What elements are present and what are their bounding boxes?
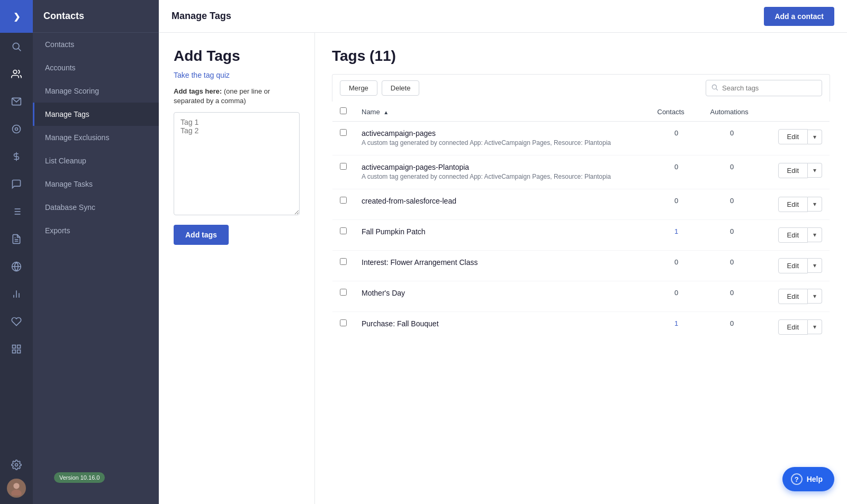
row-automations-cell: 0 (703, 155, 761, 189)
sidebar-item-database-sync[interactable]: Database Sync (33, 196, 159, 219)
expand-sidebar-button[interactable]: ❯ (0, 0, 33, 33)
svg-point-2 (13, 70, 17, 74)
edit-dropdown-button-0[interactable]: ▾ (808, 130, 822, 144)
user-avatar[interactable] (7, 479, 26, 498)
svg-point-5 (15, 128, 18, 131)
row-checkbox-3[interactable] (340, 227, 347, 234)
th-contacts: Contacts (650, 102, 703, 122)
edit-dropdown-button-6[interactable]: ▾ (808, 319, 822, 334)
contacts-count-link[interactable]: 1 (674, 319, 678, 327)
sidebar-item-exports[interactable]: Exports (33, 219, 159, 242)
edit-dropdown-button-1[interactable]: ▾ (808, 163, 822, 178)
tag-quiz-link[interactable]: Take the tag quiz (174, 71, 300, 79)
row-actions-cell: Edit ▾ (761, 219, 830, 250)
edit-dropdown-button-4[interactable]: ▾ (808, 258, 822, 273)
automations-count: 0 (730, 197, 734, 205)
edit-button-3[interactable]: Edit (778, 227, 808, 243)
row-checkbox-5[interactable] (340, 289, 347, 296)
edit-dropdown-button-2[interactable]: ▾ (808, 197, 822, 212)
row-contacts-cell: 1 (650, 219, 703, 250)
delete-button[interactable]: Delete (382, 80, 420, 96)
row-checkbox-cell (332, 189, 355, 219)
row-actions-cell: Edit ▾ (761, 155, 830, 189)
row-automations-cell: 0 (703, 281, 761, 311)
bar-chart-nav-icon[interactable] (0, 280, 33, 308)
tag-description: A custom tag generated by connected App:… (362, 172, 643, 181)
add-tags-title: Add Tags (174, 48, 300, 65)
search-nav-icon[interactable] (0, 33, 33, 60)
th-actions (761, 102, 830, 122)
edit-button-1[interactable]: Edit (778, 163, 808, 178)
globe-nav-icon[interactable] (0, 253, 33, 280)
select-all-checkbox[interactable] (340, 107, 347, 114)
tag-name: Mother's Day (362, 289, 643, 297)
top-bar: Manage Tags Add a contact (159, 0, 847, 33)
row-automations-cell: 0 (703, 189, 761, 219)
conversations-nav-icon[interactable] (0, 170, 33, 198)
automation-nav-icon[interactable] (0, 115, 33, 143)
row-checkbox-6[interactable] (340, 319, 347, 326)
pages-nav-icon[interactable] (0, 335, 33, 363)
row-contacts-cell: 0 (650, 189, 703, 219)
sidebar-item-contacts[interactable]: Contacts (33, 33, 159, 56)
tags-table: Name ▲ Contacts Automations activecampai… (332, 102, 830, 343)
row-checkbox-1[interactable] (340, 163, 347, 170)
sidebar-item-manage-exclusions[interactable]: Manage Exclusions (33, 126, 159, 149)
row-automations-cell: 0 (703, 122, 761, 155)
sidebar-item-list-cleanup[interactable]: List Cleanup (33, 149, 159, 172)
contacts-count-link[interactable]: 1 (674, 227, 678, 235)
lists-nav-icon[interactable] (0, 198, 33, 225)
tags-toolbar: Merge Delete (332, 74, 830, 102)
row-automations-cell: 0 (703, 219, 761, 250)
row-checkbox-0[interactable] (340, 129, 347, 136)
edit-button-4[interactable]: Edit (778, 258, 808, 273)
row-checkbox-2[interactable] (340, 197, 347, 204)
add-contact-button[interactable]: Add a contact (764, 7, 834, 26)
edit-dropdown-button-5[interactable]: ▾ (808, 289, 822, 304)
edit-button-0[interactable]: Edit (778, 129, 808, 144)
add-instruction-bold: Add tags here: (174, 87, 222, 95)
th-name[interactable]: Name ▲ (354, 102, 650, 122)
table-row: activecampaign-pages-Plantopia A custom … (332, 155, 830, 189)
row-name-cell: Interest: Flower Arrangement Class (354, 250, 650, 281)
sidebar-item-manage-tags[interactable]: Manage Tags (33, 103, 159, 126)
row-actions-cell: Edit ▾ (761, 281, 830, 311)
icon-sidebar: ❯ (0, 0, 33, 504)
nav-header: Contacts (33, 0, 159, 33)
svg-rect-24 (13, 350, 16, 353)
contacts-nav-icon[interactable] (0, 60, 33, 88)
expand-icon: ❯ (13, 12, 20, 22)
edit-dropdown-button-3[interactable]: ▾ (808, 227, 822, 242)
sidebar-item-accounts[interactable]: Accounts (33, 56, 159, 79)
loyalty-nav-icon[interactable] (0, 308, 33, 335)
table-row: created-from-salesforce-lead 0 0 Edit ▾ (332, 189, 830, 219)
row-actions-cell: Edit ▾ (761, 122, 830, 155)
edit-button-2[interactable]: Edit (778, 197, 808, 212)
row-checkbox-cell (332, 281, 355, 311)
search-tags-wrapper (706, 80, 822, 96)
contacts-count: 0 (674, 197, 678, 205)
svg-point-25 (15, 464, 18, 466)
edit-button-5[interactable]: Edit (778, 289, 808, 304)
version-badge[interactable]: Version 10.16.0 (54, 472, 105, 483)
settings-nav-icon[interactable] (0, 451, 33, 479)
sidebar-item-manage-scoring[interactable]: Manage Scoring (33, 79, 159, 103)
merge-button[interactable]: Merge (340, 80, 377, 96)
row-name-cell: Mother's Day (354, 281, 650, 311)
add-tags-textarea[interactable] (174, 112, 300, 215)
tag-description: A custom tag generated by connected App:… (362, 139, 643, 148)
notes-nav-icon[interactable] (0, 225, 33, 253)
help-button[interactable]: ? Help (782, 467, 834, 491)
row-checkbox-4[interactable] (340, 258, 347, 265)
sidebar-item-manage-tasks[interactable]: Manage Tasks (33, 172, 159, 196)
email-nav-icon[interactable] (0, 88, 33, 115)
tags-list-title: Tags (11) (332, 48, 830, 65)
add-tags-button[interactable]: Add tags (174, 225, 229, 245)
row-actions-cell: Edit ▾ (761, 189, 830, 219)
edit-button-6[interactable]: Edit (778, 319, 808, 335)
search-tags-input[interactable] (706, 80, 822, 96)
page-title: Manage Tags (172, 11, 231, 22)
tag-name: activecampaign-pages-Plantopia (362, 163, 643, 171)
table-row: activecampaign-pages A custom tag genera… (332, 122, 830, 155)
deals-nav-icon[interactable] (0, 143, 33, 170)
